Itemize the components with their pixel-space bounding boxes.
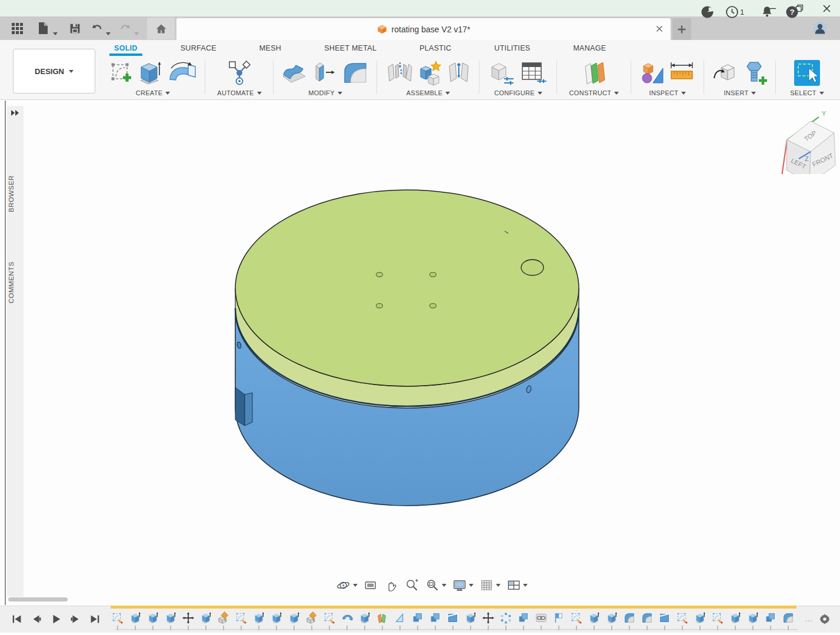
- design-menu-button[interactable]: DESIGN: [13, 49, 95, 93]
- timeline-feature-extrude[interactable]: [605, 611, 619, 625]
- redo-caret[interactable]: [134, 27, 139, 38]
- zoom-window-caret[interactable]: [442, 584, 446, 587]
- timeline-feature-extrude[interactable]: [746, 611, 760, 625]
- file-menu-icon[interactable]: [35, 21, 51, 36]
- viewports-caret[interactable]: [523, 584, 528, 587]
- create-dropdown[interactable]: CREATE: [136, 89, 171, 99]
- inspect-dropdown[interactable]: INSPECT: [649, 89, 686, 99]
- model-top-hole[interactable]: [430, 272, 436, 277]
- joint-icon[interactable]: [386, 60, 413, 86]
- timeline-feature-circular-pattern[interactable]: [499, 611, 513, 625]
- timeline-feature-combine[interactable]: [764, 611, 778, 625]
- display-settings-tool[interactable]: [451, 577, 475, 593]
- grid-display-tool[interactable]: [478, 577, 502, 593]
- tab-solid[interactable]: SOLID: [109, 42, 142, 56]
- file-menu-caret[interactable]: [53, 27, 58, 38]
- offset-face-icon[interactable]: [311, 60, 337, 86]
- timeline-feature-sketch[interactable]: [234, 611, 248, 625]
- press-pull-icon[interactable]: [281, 60, 308, 86]
- look-at-tool[interactable]: [362, 577, 379, 593]
- new-component-icon[interactable]: [416, 60, 444, 86]
- timeline-feature-extrude[interactable]: [728, 611, 742, 625]
- zoom-tool[interactable]: [404, 577, 421, 593]
- tab-surface[interactable]: SURFACE: [176, 42, 221, 56]
- timeline-feature-sketch[interactable]: [675, 611, 689, 625]
- home-button[interactable]: [147, 18, 175, 39]
- tab-manage[interactable]: MANAGE: [568, 42, 611, 56]
- pan-tool[interactable]: [383, 577, 400, 593]
- timeline-feature-move[interactable]: [481, 611, 495, 625]
- close-tab-icon[interactable]: [654, 24, 665, 34]
- new-tab-button[interactable]: [672, 18, 691, 40]
- play-button[interactable]: [48, 611, 64, 627]
- orbit-caret[interactable]: [353, 584, 358, 587]
- revolve-icon[interactable]: [166, 60, 197, 86]
- redo-icon[interactable]: [118, 21, 133, 36]
- configure-dropdown[interactable]: CONFIGURE: [494, 89, 542, 99]
- timeline-feature-extrude[interactable]: [164, 611, 178, 625]
- model-top-hole[interactable]: [376, 303, 383, 308]
- construction-plane-icon[interactable]: [581, 60, 608, 86]
- display-settings-caret[interactable]: [469, 584, 474, 587]
- timeline-feature-sketch[interactable]: [711, 611, 725, 625]
- timeline-feature-move[interactable]: [181, 611, 195, 625]
- timeline-feature-fillet[interactable]: [622, 611, 636, 625]
- extrude-icon[interactable]: [137, 60, 163, 86]
- timeline-feature-extrude[interactable]: [464, 611, 478, 625]
- timeline-feature-extrude[interactable]: [128, 611, 142, 625]
- timeline-settings-gear-icon[interactable]: [818, 612, 832, 626]
- timeline-feature-sketch[interactable]: [322, 611, 336, 625]
- help-icon[interactable]: ?: [785, 5, 799, 19]
- timeline-feature-combine[interactable]: [516, 611, 531, 625]
- undo-icon[interactable]: [89, 21, 105, 36]
- zoom-window-tool[interactable]: [424, 577, 448, 593]
- extensions-icon[interactable]: [700, 5, 714, 19]
- model-top-large-hole[interactable]: [521, 260, 544, 276]
- timeline-feature-selection-flag[interactable]: [552, 611, 566, 625]
- model-top-face[interactable]: [235, 190, 579, 386]
- skip-to-end-button[interactable]: [87, 611, 102, 627]
- timeline-feature-extrude[interactable]: [358, 611, 372, 625]
- select-dropdown[interactable]: SELECT: [790, 89, 824, 99]
- insert-fastener-icon[interactable]: [741, 60, 768, 86]
- tab-utilities[interactable]: UTILITIES: [489, 42, 535, 56]
- view-cube[interactable]: TOP LEFT FRONT Y X Z: [774, 109, 840, 174]
- fillet-icon[interactable]: [341, 60, 370, 86]
- tab-mesh[interactable]: MESH: [255, 42, 286, 56]
- step-forward-button[interactable]: [68, 611, 83, 627]
- model-top-hole[interactable]: [430, 303, 436, 308]
- timeline-feature-slice[interactable]: [658, 611, 672, 625]
- timeline-feature-draft[interactable]: [393, 611, 407, 625]
- construct-dropdown[interactable]: CONSTRUCT: [569, 89, 619, 99]
- model-rotating-base[interactable]: [0, 100, 840, 606]
- timeline-feature-convert[interactable]: [216, 611, 231, 625]
- timeline-feature-extrude[interactable]: [587, 611, 601, 625]
- undo-caret[interactable]: [106, 27, 111, 38]
- timeline-feature-extrude[interactable]: [199, 611, 213, 625]
- timeline-feature-slice[interactable]: [446, 611, 460, 625]
- measure-icon[interactable]: [640, 60, 665, 86]
- profile-avatar[interactable]: [813, 21, 827, 35]
- close-button[interactable]: [813, 0, 840, 16]
- model-notch-inner-face[interactable]: [235, 387, 245, 426]
- tab-plastic[interactable]: PLASTIC: [415, 42, 456, 56]
- job-status-icon[interactable]: [725, 5, 739, 19]
- timeline-feature-extrude[interactable]: [252, 611, 266, 625]
- insert-dropdown[interactable]: INSERT: [724, 89, 756, 99]
- timeline-feature-break-link[interactable]: [534, 611, 548, 625]
- model-top-hole[interactable]: [376, 272, 383, 277]
- timeline-marker-bar[interactable]: [111, 606, 796, 609]
- joint-origin-icon[interactable]: [447, 60, 471, 86]
- orbit-tool[interactable]: [335, 577, 359, 593]
- timeline-feature-fillet[interactable]: [640, 611, 654, 625]
- viewports-tool[interactable]: [505, 577, 529, 593]
- timeline-feature-mirror[interactable]: [375, 611, 389, 625]
- timeline-feature-sketch[interactable]: [569, 611, 584, 625]
- timeline-feature-extrude[interactable]: [287, 611, 301, 625]
- timeline-feature-combine[interactable]: [411, 611, 425, 625]
- timeline-feature-sketch[interactable]: [111, 611, 125, 625]
- app-launcher-icon[interactable]: [9, 21, 25, 36]
- create-sketch-icon[interactable]: [109, 60, 134, 86]
- select-icon[interactable]: [793, 59, 821, 86]
- skip-to-start-button[interactable]: [9, 611, 25, 627]
